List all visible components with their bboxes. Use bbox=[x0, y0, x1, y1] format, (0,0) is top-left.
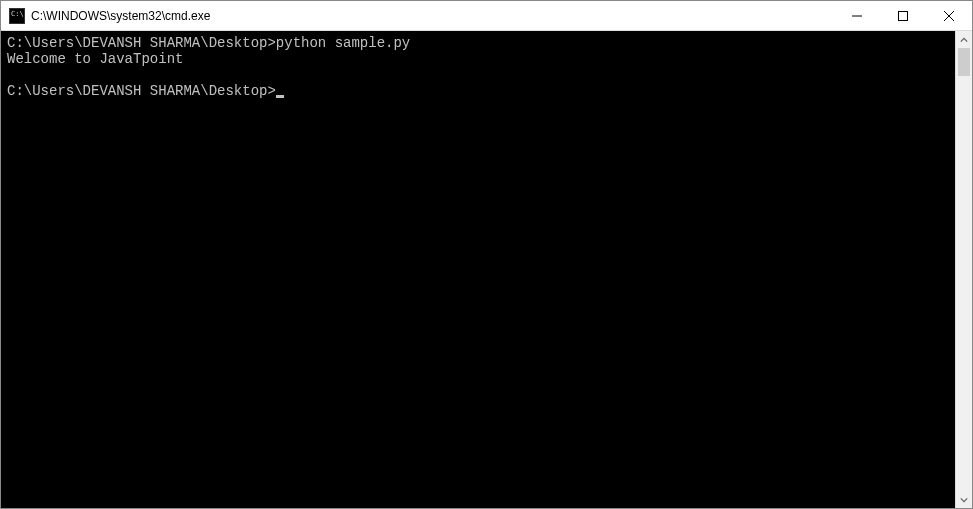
cmd-icon bbox=[9, 8, 25, 24]
close-button[interactable] bbox=[926, 1, 972, 30]
chevron-down-icon bbox=[960, 496, 968, 504]
terminal-line: C:\Users\DEVANSH SHARMA\Desktop> bbox=[7, 83, 949, 99]
scroll-track[interactable] bbox=[956, 48, 972, 491]
window-title: C:\WINDOWS\system32\cmd.exe bbox=[31, 9, 834, 23]
maximize-icon bbox=[898, 11, 908, 21]
chevron-up-icon bbox=[960, 36, 968, 44]
minimize-icon bbox=[852, 11, 862, 21]
scroll-down-button[interactable] bbox=[956, 491, 972, 508]
terminal-line: C:\Users\DEVANSH SHARMA\Desktop>python s… bbox=[7, 35, 949, 51]
close-icon bbox=[944, 11, 954, 21]
text-cursor bbox=[276, 95, 284, 98]
scroll-up-button[interactable] bbox=[956, 31, 972, 48]
scroll-thumb[interactable] bbox=[958, 48, 970, 76]
window-controls bbox=[834, 1, 972, 30]
titlebar[interactable]: C:\WINDOWS\system32\cmd.exe bbox=[1, 1, 972, 31]
terminal-line bbox=[7, 67, 949, 83]
console-area: C:\Users\DEVANSH SHARMA\Desktop>python s… bbox=[1, 31, 972, 508]
vertical-scrollbar[interactable] bbox=[955, 31, 972, 508]
maximize-button[interactable] bbox=[880, 1, 926, 30]
svg-rect-1 bbox=[899, 11, 908, 20]
cmd-window: C:\WINDOWS\system32\cmd.exe C:\Users\DEV… bbox=[0, 0, 973, 509]
terminal-line: Welcome to JavaTpoint bbox=[7, 51, 949, 67]
terminal-output[interactable]: C:\Users\DEVANSH SHARMA\Desktop>python s… bbox=[1, 31, 955, 508]
minimize-button[interactable] bbox=[834, 1, 880, 30]
